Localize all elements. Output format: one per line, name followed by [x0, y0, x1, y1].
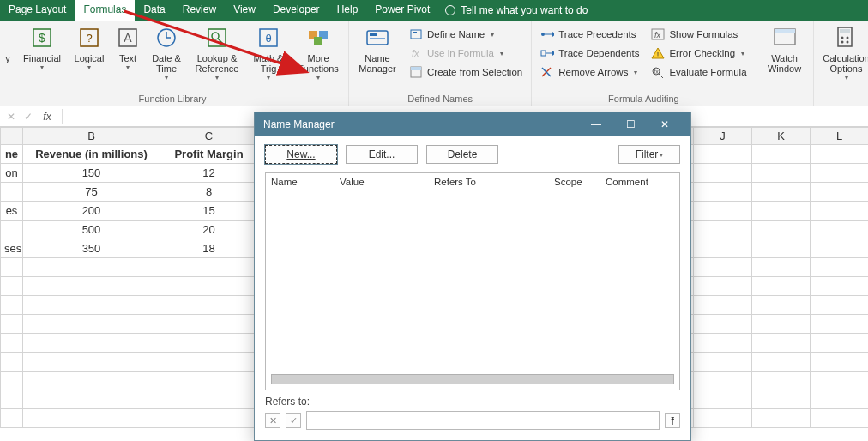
cell[interactable] [1, 296, 23, 315]
cell[interactable]: 75 [23, 183, 160, 202]
cell[interactable] [811, 296, 869, 315]
cell[interactable]: on [1, 164, 23, 183]
cell[interactable] [811, 239, 869, 258]
cell[interactable] [694, 183, 752, 202]
cell[interactable] [1, 315, 23, 334]
tab-data[interactable]: Data [135, 0, 173, 21]
cell[interactable]: ne [1, 145, 23, 164]
cell[interactable]: 18 [160, 239, 258, 258]
cell[interactable] [1, 334, 23, 353]
define-name-button[interactable]: Define Name ▾ [406, 26, 526, 43]
cell[interactable]: 500 [23, 220, 160, 239]
cell[interactable] [1, 409, 23, 428]
cell[interactable]: 200 [23, 202, 160, 220]
logical-button[interactable]: ? Logical ▾ [70, 22, 108, 72]
maximize-icon[interactable]: ☐ [613, 112, 648, 136]
cell[interactable] [160, 372, 258, 390]
cell[interactable] [694, 372, 752, 390]
refers-accept-icon[interactable]: ✓ [286, 413, 301, 428]
edit-button[interactable]: Edit... [346, 145, 418, 164]
cell[interactable] [811, 220, 869, 239]
cell[interactable] [811, 145, 869, 164]
cell[interactable] [1, 390, 23, 409]
cell[interactable] [811, 277, 869, 296]
col-scope[interactable]: Scope [549, 177, 600, 187]
cell[interactable] [1, 353, 23, 372]
col-name[interactable]: Name [266, 177, 335, 187]
cell[interactable] [811, 409, 869, 428]
cell[interactable] [811, 183, 869, 202]
dialog-titlebar[interactable]: Name Manager — ☐ ✕ [255, 112, 690, 136]
cell[interactable] [752, 145, 811, 164]
trace-precedents-button[interactable]: Trace Precedents [537, 26, 642, 43]
close-icon[interactable]: ✕ [648, 112, 682, 136]
cell[interactable] [752, 353, 811, 372]
col-refers[interactable]: Refers To [429, 177, 549, 187]
tab-formulas[interactable]: Formulas [75, 0, 135, 21]
col-header[interactable] [1, 128, 23, 145]
tab-developer[interactable]: Developer [264, 0, 329, 21]
cell[interactable] [752, 277, 811, 296]
cell[interactable] [1, 372, 23, 390]
trace-dependents-button[interactable]: Trace Dependents [537, 45, 642, 62]
cell[interactable] [1, 258, 23, 277]
cell[interactable] [694, 145, 752, 164]
col-header-k[interactable]: K [752, 128, 811, 145]
new-button[interactable]: New... [265, 145, 337, 164]
error-checking-button[interactable]: ! Error Checking ▾ [648, 45, 750, 62]
cell[interactable] [23, 372, 160, 390]
cell[interactable] [752, 183, 811, 202]
tab-page-layout[interactable]: Page Layout [0, 0, 75, 21]
cell[interactable] [694, 239, 752, 258]
cell[interactable] [160, 334, 258, 353]
cell[interactable] [694, 202, 752, 220]
cell[interactable] [23, 258, 160, 277]
tell-me-search[interactable]: Tell me what you want to do [438, 0, 594, 21]
cell[interactable]: 350 [23, 239, 160, 258]
use-in-formula-button[interactable]: fx Use in Formula ▾ [406, 45, 526, 62]
cell[interactable] [694, 258, 752, 277]
lookup-reference-button[interactable]: Lookup & Reference ▾ [190, 22, 244, 82]
col-header-c[interactable]: C [160, 128, 258, 145]
collapse-dialog-icon[interactable]: ⭱ [665, 413, 680, 428]
cell[interactable]: 8 [160, 183, 258, 202]
cell[interactable] [694, 277, 752, 296]
cell[interactable]: Revenue (in millions) [23, 145, 160, 164]
col-value[interactable]: Value [335, 177, 429, 187]
cell[interactable] [160, 315, 258, 334]
cell[interactable] [694, 164, 752, 183]
cell[interactable] [23, 334, 160, 353]
delete-button[interactable]: Delete [426, 145, 498, 164]
calculation-options-button[interactable]: Calculation Options ▾ [819, 22, 868, 82]
cell[interactable] [811, 334, 869, 353]
cell[interactable] [1, 277, 23, 296]
horizontal-scrollbar[interactable] [271, 374, 674, 384]
cell[interactable] [694, 315, 752, 334]
cell[interactable] [160, 409, 258, 428]
cell[interactable] [752, 334, 811, 353]
evaluate-formula-button[interactable]: fx Evaluate Formula [648, 63, 750, 81]
cell[interactable] [160, 258, 258, 277]
cell[interactable]: 150 [23, 164, 160, 183]
cell[interactable] [23, 296, 160, 315]
cell[interactable] [23, 409, 160, 428]
remove-arrows-button[interactable]: Remove Arrows ▾ [537, 63, 642, 81]
cell[interactable] [160, 277, 258, 296]
name-list[interactable]: Name Value Refers To Scope Comment [265, 172, 680, 390]
create-from-selection-button[interactable]: Create from Selection [406, 63, 526, 81]
cell[interactable] [160, 353, 258, 372]
cell[interactable] [752, 315, 811, 334]
cell[interactable]: es [1, 202, 23, 220]
cell[interactable] [752, 372, 811, 390]
cancel-icon[interactable]: ✕ [7, 111, 15, 123]
cell[interactable] [811, 202, 869, 220]
watch-window-button[interactable]: Watch Window [762, 22, 808, 74]
col-comment[interactable]: Comment [600, 177, 679, 187]
cell[interactable] [23, 390, 160, 409]
tab-power-pivot[interactable]: Power Pivot [366, 0, 438, 21]
cell[interactable] [752, 390, 811, 409]
cell[interactable] [160, 296, 258, 315]
name-manager-button[interactable]: Name Manager [354, 22, 401, 74]
cell[interactable] [752, 409, 811, 428]
cell[interactable]: 12 [160, 164, 258, 183]
